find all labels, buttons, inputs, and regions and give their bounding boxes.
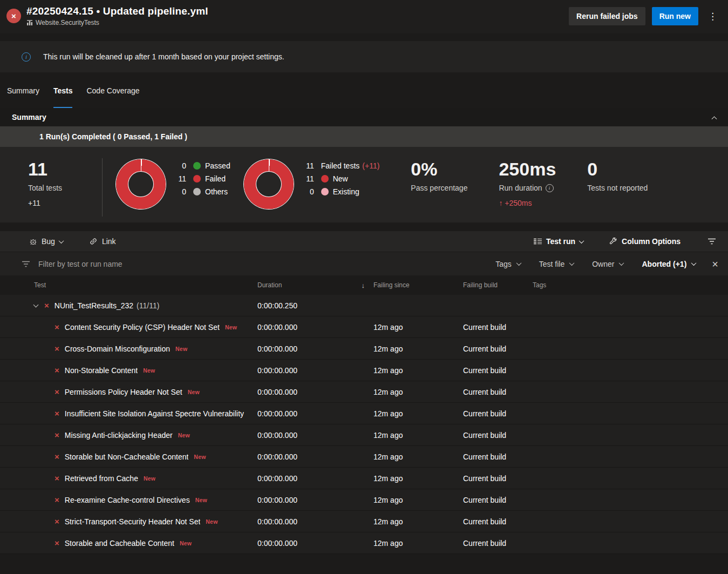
collapse-chevron-icon[interactable] [712,116,717,121]
column-header-failing-build[interactable]: Failing build [463,281,527,289]
legend-dot [193,162,201,170]
table-row[interactable]: × Non-Storable Content New 0:00:00.000 1… [0,360,728,381]
more-options-icon[interactable]: ⋮ [705,10,720,23]
table-row[interactable]: × Retrieved from Cache New 0:00:00.000 1… [0,468,728,489]
table-row[interactable]: × Re-examine Cache-control Directives Ne… [0,489,728,511]
new-badge: New [188,389,200,395]
total-tests-label: Total tests [28,184,85,192]
banner-text: This run will be cleaned up after 1 mont… [43,52,284,61]
legend-item: 0 Passed [174,161,230,170]
run-tabs: Summary Tests Code Coverage [0,72,728,108]
failing-build: Current build [463,517,527,526]
failing-since: 12m ago [373,474,463,483]
failed-x-icon: × [55,366,59,375]
new-badge: New [194,454,206,460]
tab[interactable]: Tests [53,86,73,108]
table-row[interactable]: × Insufficient Site Isolation Against Sp… [0,403,728,424]
filter-input[interactable] [38,260,477,268]
failed-x-icon: × [55,452,59,461]
failed-x-icon: × [55,387,59,396]
new-badge: New [195,497,207,503]
table-row[interactable]: × Permissions Policy Header Not Set New … [0,381,728,403]
run-duration-block: 250ms Run duration i ↑ +250ms [499,159,556,207]
summary-stats: 11 Total tests +11 0 Passed 11 Failed 0 … [0,147,728,222]
failed-x-icon: × [44,301,49,310]
rerun-failed-jobs-button[interactable]: Rerun failed jobs [569,7,645,25]
column-options-button[interactable]: Column Options [605,237,685,246]
tab[interactable]: Summary [7,86,39,108]
summary-section-header[interactable]: Summary [0,108,728,126]
test-duration: 0:00:00.000 [257,453,373,461]
new-badge: New [175,346,187,352]
total-tests-block: 11 Total tests +11 [28,159,85,207]
table-row[interactable]: × Strict-Transport-Security Header Not S… [0,511,728,532]
filter-toggle-button[interactable] [703,238,716,245]
new-badge: New [180,540,192,546]
filter-dropdown[interactable]: Tags [495,260,521,268]
test-run-group-row[interactable]: × NUnit_TestResults_232 (11/11) 0:00:00.… [0,295,728,316]
sort-descending-icon[interactable]: ↓ [362,281,365,289]
legend-item: 11 New [302,174,380,183]
bug-menu-button[interactable]: Bug [25,237,67,246]
test-duration: 0:00:00.000 [257,323,373,332]
table-row[interactable]: × Storable and Cacheable Content New 0:0… [0,532,728,554]
column-header-duration[interactable]: Duration [257,281,282,289]
filter-dropdown[interactable]: Owner [592,260,623,268]
table-row[interactable]: × Missing Anti-clickjacking Header New 0… [0,424,728,446]
runs-completed-text: 1 Run(s) Completed ( 0 Passed, 1 Failed … [39,132,187,141]
failed-x-icon: × [55,517,59,526]
runs-completed-strip: 1 Run(s) Completed ( 0 Passed, 1 Failed … [0,126,728,147]
run-new-button[interactable]: Run new [652,7,698,25]
failing-since: 12m ago [373,366,463,375]
total-tests-value: 11 [28,159,85,179]
summary-title: Summary [12,113,712,121]
test-name: Non-Storable Content [65,366,138,375]
up-arrow-icon: ↑ [499,199,502,207]
failing-build: Current build [463,345,527,353]
test-duration: 0:00:00.000 [257,431,373,440]
legend-dot [193,175,201,183]
filter-funnel-icon [22,261,30,267]
test-name: Strict-Transport-Security Header Not Set [65,517,201,526]
legend-dot [321,175,329,183]
chevron-down-icon [569,260,575,266]
table-row[interactable]: × Storable but Non-Cacheable Content New… [0,446,728,468]
failing-since: 12m ago [373,431,463,440]
divider [102,158,103,217]
expand-chevron-icon[interactable] [33,302,39,307]
column-header-test[interactable]: Test [0,281,257,289]
filter-dropdown[interactable]: Test file [539,260,574,268]
filter-bar: Tags Test file Owner Aborted (+1) × [0,252,728,275]
pipeline-icon [26,19,33,26]
group-duration: 0:00:00.250 [257,301,373,310]
duration-info-icon[interactable]: i [546,184,554,192]
table-header: Test Duration ↓ Failing since Failing bu… [0,275,728,295]
failed-tests-donut-chart [244,159,294,209]
table-row[interactable]: × Content Security Policy (CSP) Header N… [0,316,728,338]
filter-icon [707,238,716,245]
link-button[interactable]: Link [85,237,120,246]
chevron-down-icon [58,238,64,244]
failing-since: 12m ago [373,453,463,461]
table-row[interactable]: × Cross-Domain Misconfiguration New 0:00… [0,338,728,360]
column-header-tags[interactable]: Tags [527,281,728,289]
legend-item: 11 Failed [174,174,230,183]
failed-x-icon: × [55,409,59,418]
failed-x-icon: × [55,344,59,353]
clear-filter-icon[interactable]: × [712,259,718,269]
new-badge: New [225,324,237,330]
test-duration: 0:00:00.000 [257,409,373,418]
filter-dropdown[interactable]: Aborted (+1) [642,260,696,268]
failed-x-icon: × [55,430,59,440]
failing-since: 12m ago [373,323,463,332]
pass-percentage-block: 0% Pass percentage [411,159,467,192]
column-header-failing-since[interactable]: Failing since [373,281,463,289]
new-badge: New [144,475,155,482]
test-run-grouping-button[interactable]: Test run [529,237,588,246]
test-duration: 0:00:00.000 [257,474,373,483]
test-name: Missing Anti-clickjacking Header [65,431,173,440]
pipeline-name[interactable]: Website.SecurityTests [36,19,99,26]
failing-since: 12m ago [373,539,463,548]
tab[interactable]: Code Coverage [86,86,139,108]
legend-item: 11 Failed tests (+11) [302,161,380,170]
